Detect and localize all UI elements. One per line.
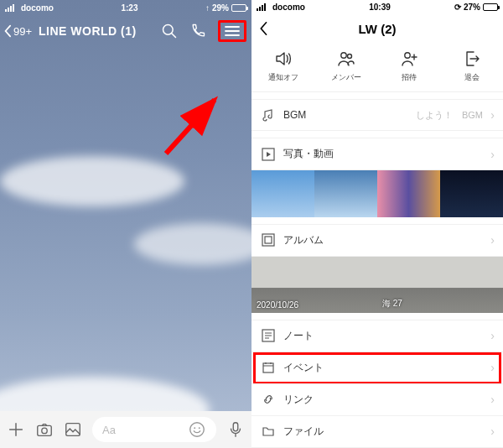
chevron-left-icon (258, 21, 268, 36)
status-time: 1:23 (121, 3, 137, 13)
battery-icon (483, 3, 498, 11)
album-icon (262, 233, 275, 247)
row-event[interactable]: イベント › (252, 352, 503, 384)
chevron-right-icon: › (490, 233, 495, 247)
exit-icon (462, 49, 482, 69)
annotation-arrow-icon (159, 93, 226, 160)
row-label: ノート (283, 329, 314, 343)
row-label: アルバム (283, 233, 324, 247)
signal-icon (5, 4, 14, 12)
chevron-left-icon (3, 24, 12, 38)
mic-icon[interactable] (226, 420, 245, 439)
thumb[interactable] (314, 170, 377, 217)
chat-screen: docomo 1:23 ↑ 29% 99+ LINE WORLD (1) (0, 0, 252, 448)
svg-point-12 (404, 53, 409, 58)
svg-point-8 (199, 427, 200, 429)
chat-title: LINE WORLD (1) (39, 24, 137, 38)
row-right-text: しよう！ BGM (416, 109, 483, 122)
row-photos[interactable]: 写真・動画 › (252, 138, 503, 170)
album-thumb[interactable]: 海 27 (377, 257, 503, 313)
note-icon (262, 329, 275, 342)
carrier-label: docomo (272, 3, 305, 12)
album-thumbs[interactable]: 2020/10/26 海 27 (252, 257, 503, 313)
action-label: 招待 (402, 72, 417, 83)
row-label: BGM (283, 109, 306, 121)
hamburger-icon (225, 25, 240, 37)
album-date: 2020/10/26 (257, 300, 298, 310)
folder-icon (262, 425, 275, 438)
settings-header: LW (2) (252, 14, 503, 44)
calendar-icon (262, 361, 275, 374)
action-label: 通知オフ (268, 72, 298, 83)
action-leave[interactable]: 退会 (447, 49, 497, 83)
row-label: リンク (283, 393, 314, 407)
chat-input-bar: Aa (0, 411, 252, 448)
chevron-right-icon: › (490, 148, 495, 161)
action-mute[interactable]: 通知オフ (258, 49, 309, 83)
row-label: 写真・動画 (283, 147, 334, 161)
svg-point-10 (340, 53, 345, 58)
svg-rect-15 (265, 237, 272, 243)
svg-rect-9 (233, 423, 238, 431)
row-label: ファイル (283, 425, 324, 439)
unread-count: 99+ (13, 25, 32, 38)
music-icon (262, 108, 275, 122)
action-label: メンバー (331, 72, 361, 83)
svg-rect-5 (66, 424, 80, 436)
album-thumb[interactable]: 2020/10/26 (252, 257, 377, 313)
status-bar-left: docomo 1:23 ↑ 29% (0, 0, 252, 15)
svg-point-7 (194, 427, 195, 429)
svg-point-11 (347, 55, 351, 59)
camera-icon[interactable] (35, 420, 54, 439)
chevron-right-icon: › (490, 425, 495, 438)
settings-title: LW (2) (359, 22, 397, 36)
emoji-icon[interactable] (188, 420, 206, 439)
action-row: 通知オフ メンバー 招待 退会 (252, 44, 503, 92)
chevron-right-icon: › (490, 108, 495, 122)
link-icon (262, 393, 275, 406)
row-label: イベント (283, 361, 324, 375)
search-icon[interactable] (161, 23, 178, 39)
chat-header: 99+ LINE WORLD (1) (0, 15, 252, 47)
svg-line-2 (166, 100, 215, 154)
carrier-label: docomo (21, 3, 54, 13)
svg-rect-17 (263, 363, 273, 372)
chat-settings-screen: docomo 10:39 ⟳ 27% LW (2) 通知オフ メンバー 招待 退… (252, 0, 503, 448)
speaker-icon (273, 49, 293, 69)
chevron-right-icon: › (490, 361, 495, 374)
message-input[interactable]: Aa (92, 417, 216, 442)
status-time: 10:39 (369, 3, 391, 12)
svg-point-6 (190, 423, 205, 437)
chevron-right-icon: › (490, 393, 495, 406)
row-note[interactable]: ノート › (252, 320, 503, 352)
signal-icon (257, 3, 266, 11)
row-file[interactable]: ファイル › (252, 416, 503, 448)
row-link[interactable]: リンク › (252, 384, 503, 416)
person-plus-icon (399, 49, 419, 69)
thumb[interactable] (252, 170, 314, 217)
battery-pct: ⟳ 27% (454, 3, 480, 12)
chevron-right-icon: › (490, 329, 495, 342)
thumb[interactable] (377, 170, 440, 217)
location-arrow-icon: ↑ (205, 3, 210, 13)
plus-icon[interactable] (7, 420, 25, 439)
svg-point-4 (42, 428, 47, 433)
menu-button[interactable] (218, 20, 246, 42)
album-date: 海 27 (382, 298, 402, 310)
gallery-icon[interactable] (64, 420, 82, 439)
svg-line-1 (172, 34, 176, 38)
chat-background (0, 47, 252, 448)
action-invite[interactable]: 招待 (384, 49, 434, 83)
action-members[interactable]: メンバー (321, 49, 371, 83)
thumb[interactable] (440, 170, 503, 217)
row-album[interactable]: アルバム › (252, 224, 503, 257)
message-placeholder: Aa (102, 424, 116, 436)
row-bgm[interactable]: BGM しよう！ BGM › (252, 99, 503, 131)
back-button[interactable] (258, 21, 268, 36)
back-button[interactable]: 99+ (3, 24, 32, 38)
phone-icon[interactable] (189, 23, 206, 39)
photo-thumbs[interactable] (252, 170, 503, 217)
battery-pct: 29% (212, 3, 229, 13)
svg-rect-3 (38, 425, 52, 435)
people-icon (336, 49, 356, 69)
